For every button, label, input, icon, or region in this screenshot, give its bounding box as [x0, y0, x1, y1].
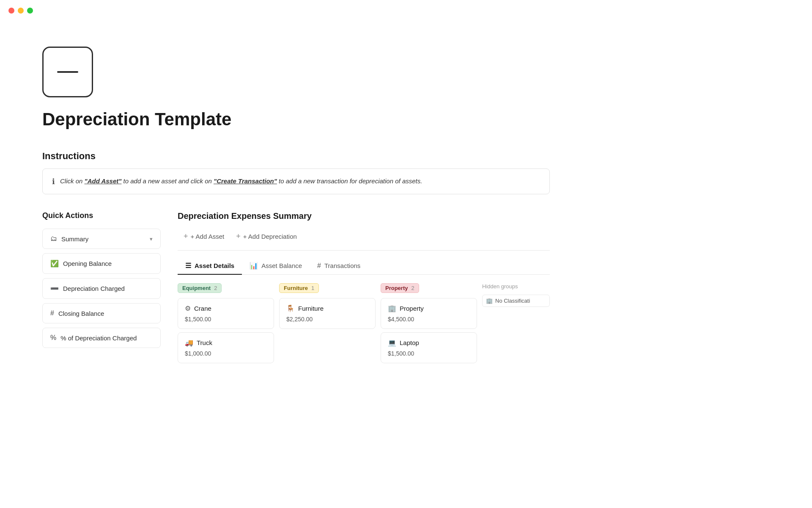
instruction-box: ℹ Click on "Add Asset" to add a new asse…	[42, 168, 550, 194]
tab-row: ☰ Asset Details 📊 Asset Balance # Transa…	[178, 257, 550, 275]
add-depreciation-label: + Add Depreciation	[243, 233, 297, 240]
opening-balance-icon: ✅	[50, 260, 59, 268]
sidebar: Quick Actions 🗂 Summary ▾ ✅ Opening Bala…	[42, 211, 161, 352]
tab-transactions[interactable]: # Transactions	[310, 258, 368, 275]
add-asset-label: + Add Asset	[191, 233, 225, 240]
asset-balance-tab-icon: 📊	[250, 262, 258, 270]
property-icon: 🏢	[388, 304, 396, 312]
group-furniture-header: Furniture 1	[279, 283, 376, 298]
page-title: Depreciation Template	[42, 109, 550, 130]
group-property-label: Property 2	[381, 283, 419, 293]
asset-card-laptop[interactable]: 💻 Laptop $1,500.00	[381, 332, 477, 363]
main-panel: Depreciation Expenses Summary + + Add As…	[178, 211, 550, 367]
chevron-down-icon: ▾	[150, 236, 153, 242]
group-property: Property 2 🏢 Property $4,500.00 💻	[381, 283, 477, 367]
card-columns: Equipment 2 ⚙ Crane $1,500.00 🚚 T	[178, 283, 550, 367]
laptop-icon: 💻	[388, 339, 396, 347]
close-button[interactable]	[8, 8, 14, 14]
asset-card-furniture[interactable]: 🪑 Furniture $2,250.00	[279, 298, 376, 329]
sidebar-item-summary[interactable]: 🗂 Summary ▾	[42, 229, 161, 249]
group-property-header: Property 2	[381, 283, 477, 298]
truck-icon: 🚚	[185, 339, 193, 347]
summary-icon: 🗂	[50, 235, 57, 243]
asset-details-tab-icon: ☰	[185, 262, 191, 270]
property-count: 2	[411, 285, 414, 291]
laptop-name-row: 💻 Laptop	[388, 339, 470, 347]
closing-balance-label: Closing Balance	[58, 310, 104, 317]
property-name-row: 🏢 Property	[388, 304, 470, 312]
asset-card-truck[interactable]: 🚚 Truck $1,000.00	[178, 332, 274, 363]
crane-icon: ⚙	[185, 304, 191, 312]
add-depreciation-plus-icon: +	[236, 232, 241, 241]
add-asset-plus-icon: +	[184, 232, 188, 241]
group-equipment: Equipment 2 ⚙ Crane $1,500.00 🚚 T	[178, 283, 274, 367]
crane-name-row: ⚙ Crane	[185, 304, 267, 312]
summary-label: Summary	[61, 235, 88, 243]
furniture-value: $2,250.00	[286, 316, 368, 323]
furniture-icon: 🪑	[286, 304, 295, 312]
main-content: Depreciation Template Instructions ℹ Cli…	[0, 0, 592, 392]
asset-card-property[interactable]: 🏢 Property $4,500.00	[381, 298, 477, 329]
crane-name: Crane	[194, 305, 211, 312]
minimize-button[interactable]	[18, 8, 24, 14]
quick-actions-heading: Quick Actions	[42, 211, 161, 220]
sidebar-item-closing-balance[interactable]: # Closing Balance	[42, 303, 161, 323]
pct-icon: %	[50, 334, 56, 342]
sidebar-item-opening-balance[interactable]: ✅ Opening Balance	[42, 253, 161, 274]
sidebar-item-pct-depreciation[interactable]: % % of Depreciation Charged	[42, 328, 161, 348]
asset-balance-tab-label: Asset Balance	[261, 262, 302, 269]
equipment-count: 2	[214, 285, 217, 291]
depreciation-charged-label: Depreciation Charged	[63, 285, 125, 292]
truck-name-row: 🚚 Truck	[185, 339, 267, 347]
depreciation-charged-icon: ➖	[50, 284, 59, 293]
opening-balance-label: Opening Balance	[63, 260, 112, 267]
furniture-name-row: 🪑 Furniture	[286, 304, 368, 312]
hidden-group-no-classification[interactable]: 🏢 No Classificati	[482, 295, 550, 307]
group-equipment-header: Equipment 2	[178, 283, 274, 298]
sidebar-item-depreciation-charged[interactable]: ➖ Depreciation Charged	[42, 278, 161, 299]
hidden-groups-section: Hidden groups 🏢 No Classificati	[482, 283, 550, 367]
crane-value: $1,500.00	[185, 316, 267, 323]
group-furniture: Furniture 1 🪑 Furniture $2,250.00	[279, 283, 376, 367]
truck-value: $1,000.00	[185, 350, 267, 357]
laptop-name: Laptop	[400, 339, 419, 346]
maximize-button[interactable]	[27, 8, 33, 14]
instruction-text: Click on "Add Asset" to add a new asset …	[60, 177, 422, 186]
property-name: Property	[400, 305, 424, 312]
closing-balance-icon: #	[50, 309, 54, 317]
no-classification-icon: 🏢	[486, 298, 493, 304]
asset-card-crane[interactable]: ⚙ Crane $1,500.00	[178, 298, 274, 329]
traffic-lights	[0, 0, 41, 21]
pct-label: % of Depreciation Charged	[60, 334, 137, 342]
hidden-groups-label: Hidden groups	[482, 283, 550, 290]
furniture-count: 1	[311, 285, 314, 291]
page-icon	[42, 47, 93, 97]
asset-details-tab-label: Asset Details	[195, 262, 234, 269]
panel-heading: Depreciation Expenses Summary	[178, 211, 550, 221]
truck-name: Truck	[197, 339, 212, 346]
furniture-name: Furniture	[298, 305, 324, 312]
property-value: $4,500.00	[388, 316, 470, 323]
add-asset-button[interactable]: + + Add Asset	[178, 229, 230, 243]
info-icon: ℹ	[52, 177, 55, 186]
tab-asset-details[interactable]: ☰ Asset Details	[178, 257, 242, 275]
svg-rect-0	[57, 71, 78, 73]
group-furniture-label: Furniture 1	[279, 283, 319, 293]
transactions-tab-label: Transactions	[324, 262, 360, 269]
tab-asset-balance[interactable]: 📊 Asset Balance	[242, 257, 310, 275]
two-col-layout: Quick Actions 🗂 Summary ▾ ✅ Opening Bala…	[42, 211, 550, 367]
instructions-heading: Instructions	[42, 151, 550, 162]
action-bar: + + Add Asset + + Add Depreciation	[178, 229, 550, 251]
group-equipment-label: Equipment 2	[178, 283, 222, 293]
laptop-value: $1,500.00	[388, 350, 470, 357]
add-depreciation-button[interactable]: + + Add Depreciation	[230, 229, 303, 243]
no-classification-label: No Classificati	[495, 298, 530, 304]
transactions-tab-icon: #	[317, 262, 321, 270]
